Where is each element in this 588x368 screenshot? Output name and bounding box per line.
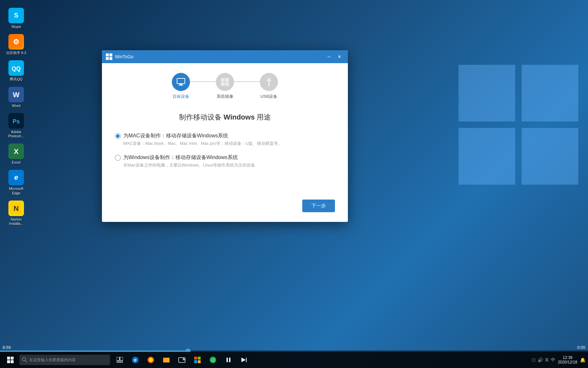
word-label: Word (12, 104, 20, 108)
dialog-titlebar: WinToGo ─ ✕ (102, 50, 348, 63)
partition-icon-desktop[interactable]: ⚙ 分区助手 8.3 (3, 33, 29, 56)
excel-app-icon: X (8, 144, 24, 159)
dialog-main: 制作移动设备 Windows 用途 为MAC设备制作：移动存储设备Windows… (115, 112, 335, 194)
qq-label: 腾讯QQ (10, 77, 22, 81)
svg-rect-31 (7, 360, 10, 363)
edge-icon-desktop[interactable]: e Microsoft Edge (3, 168, 29, 196)
svg-rect-25 (268, 82, 270, 85)
wintogo-dialog: WinToGo ─ ✕ (102, 50, 348, 222)
svg-rect-37 (116, 361, 123, 363)
taskbar-apps: e ♫ (113, 353, 251, 366)
ps-label: Adobe Photosh... (5, 130, 28, 138)
step-system: 系统镜像 (216, 73, 234, 99)
svg-rect-32 (11, 360, 14, 363)
taskbar-search[interactable]: 在这里输入你要搜索的内容 (19, 355, 110, 365)
step-target-label: 目标设备 (172, 94, 189, 99)
svg-line-34 (25, 361, 27, 362)
taskbar-pause[interactable] (221, 353, 236, 366)
dialog-content: 目标设备 系统镜像 (102, 63, 348, 222)
qq-app-icon: QQ (8, 60, 24, 76)
taskbar-icons-area: ⬡ 🔊 英 中 (532, 357, 555, 363)
heading-prefix: 制作移动设备 (179, 113, 224, 121)
svg-text:⚙: ⚙ (13, 38, 19, 46)
dialog-title: WinToGo (115, 54, 325, 59)
step-usb: USB设备 (260, 73, 278, 99)
svg-marker-54 (241, 358, 246, 362)
taskbar: 在这里输入你要搜索的内容 e (0, 352, 588, 368)
step-target-circle (172, 73, 190, 91)
mac-radio-desc: MAC设备：Mac book、Mac、Mac mini、Mac pro等；移动设… (123, 141, 335, 146)
step-usb-circle (260, 73, 278, 91)
dialog-footer: 下一步 (115, 194, 335, 212)
radio-option-mac: 为MAC设备制作：移动存储设备Windows系统 MAC设备：Mac book、… (115, 132, 335, 146)
start-button[interactable] (3, 353, 18, 366)
mac-radio-input[interactable] (115, 133, 121, 139)
wintogo-window-icon (106, 53, 112, 60)
norton-app-icon: N (8, 201, 24, 216)
svg-rect-28 (270, 80, 271, 81)
mac-radio-label[interactable]: 为MAC设备制作：移动存储设备Windows系统 (115, 132, 335, 139)
svg-text:♫: ♫ (211, 357, 215, 362)
step-connector-2 (234, 81, 260, 82)
ps-icon-desktop[interactable]: Ps Adobe Photosh... (3, 112, 29, 140)
windows-radio-input[interactable] (115, 155, 121, 161)
step-indicator: 目标设备 系统镜像 (115, 73, 335, 99)
qq-icon-desktop[interactable]: QQ 腾讯QQ (3, 59, 29, 83)
windows-radio-desc: 非Mac设备之外的电脑，主要以Windows、Linux等操作系统为主的设备。 (123, 162, 335, 168)
heading-suffix: 用途 (255, 113, 271, 121)
edge-label: Microsoft Edge (5, 187, 28, 195)
excel-icon-desktop[interactable]: X Excel (3, 142, 29, 166)
word-icon-desktop[interactable]: W Word (3, 86, 29, 109)
heading-bold: Windows (224, 113, 255, 121)
windows-radio-label[interactable]: 为Windows设备制作：移动存储设备Windows系统 (115, 154, 335, 161)
lang-icon: 英 (545, 357, 549, 363)
taskbar-camera[interactable] (175, 353, 189, 366)
close-button[interactable]: ✕ (335, 53, 344, 61)
taskbar-next[interactable] (237, 353, 251, 366)
windows-radio-text: 为Windows设备制作：移动存储设备Windows系统 (123, 154, 238, 161)
edge-app-icon: e (8, 170, 24, 185)
svg-rect-23 (225, 82, 229, 86)
svg-rect-55 (246, 358, 247, 362)
taskbar-explorer[interactable] (159, 353, 173, 366)
monitor-icon (176, 77, 186, 87)
word-app-icon: W (8, 87, 24, 102)
partition-app-icon: ⚙ (8, 34, 24, 50)
minimize-button[interactable]: ─ (325, 53, 334, 61)
step-usb-label: USB设备 (261, 94, 278, 99)
taskbar-task-view[interactable] (113, 353, 127, 366)
time-right-display: 0:05 (577, 345, 585, 350)
usb-icon (264, 77, 273, 86)
svg-text:e: e (134, 357, 137, 362)
taskbar-firefox[interactable] (144, 353, 158, 366)
taskbar-music[interactable]: ♫ (206, 353, 220, 366)
svg-marker-45 (183, 358, 185, 360)
clock-date: 2020/12/18 (558, 360, 577, 364)
clock-time: 12:39 (563, 355, 572, 360)
taskbar-edge[interactable]: e (128, 353, 142, 366)
windows-icon (220, 77, 230, 87)
title-controls: ─ ✕ (325, 53, 344, 61)
taskbar-right: ⬡ 🔊 英 中 12:39 2020/12/18 🔔 (532, 355, 585, 364)
svg-rect-18 (179, 85, 183, 86)
svg-rect-36 (120, 357, 123, 361)
svg-rect-29 (7, 357, 10, 360)
partition-label: 分区助手 8.3 (6, 51, 26, 55)
windows-logo-background (459, 65, 588, 227)
next-button[interactable]: 下一步 (302, 200, 335, 212)
norton-label: Norton Installa... (5, 217, 28, 226)
skype-icon-desktop[interactable]: S Skype (3, 6, 29, 30)
svg-rect-53 (229, 358, 230, 362)
svg-rect-47 (198, 357, 201, 360)
svg-rect-17 (180, 84, 182, 85)
radio-option-windows: 为Windows设备制作：移动存储设备Windows系统 非Mac设备之外的电脑… (115, 154, 335, 168)
norton-icon-desktop[interactable]: N Norton Installa... (3, 199, 29, 227)
skype-label: Skype (11, 25, 21, 29)
svg-text:QQ: QQ (12, 65, 21, 72)
taskbar-store[interactable] (190, 353, 205, 366)
svg-text:X: X (14, 147, 19, 155)
svg-point-41 (149, 358, 153, 362)
svg-rect-21 (225, 78, 229, 82)
ime-icon: 中 (551, 357, 555, 363)
time-right: 0:05 (577, 345, 585, 350)
